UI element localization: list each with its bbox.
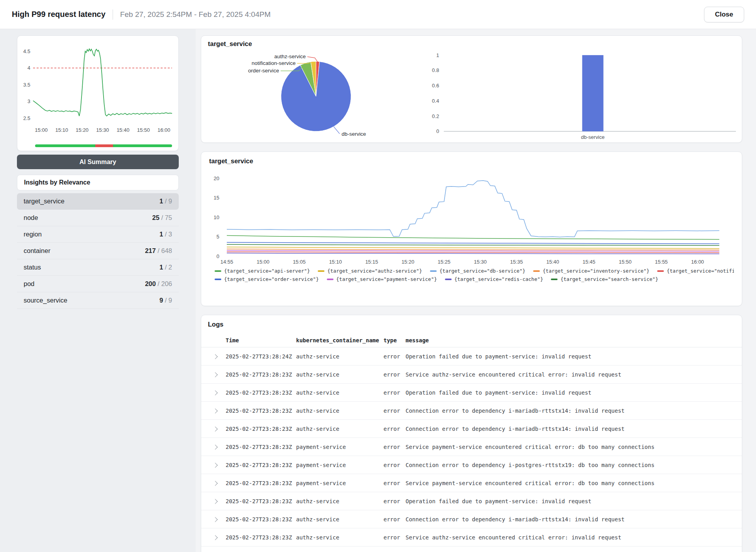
investigation-panel: High P99 request latency Feb 27, 2025 2:… xyxy=(0,0,756,552)
expand-chevron-icon[interactable] xyxy=(213,390,218,395)
log-row[interactable]: 2025-02-27T23:28:23Zauthz-serviceerrorCo… xyxy=(201,510,742,528)
pie-label-line xyxy=(308,57,318,62)
legend-swatch xyxy=(215,270,221,272)
legend-label: {target_service="payment-service"} xyxy=(336,276,437,282)
svg-text:0.2: 0.2 xyxy=(432,113,439,119)
log-row[interactable]: 2025-02-27T23:28:23Zauthz-serviceerrorCo… xyxy=(201,420,742,438)
svg-text:20: 20 xyxy=(214,175,219,181)
facet-row-pod[interactable]: pod200 / 206 xyxy=(17,276,179,292)
log-row[interactable]: 2025-02-27T23:28:23Zpayment-serviceerror… xyxy=(201,456,742,474)
facet-count: 25 / 75 xyxy=(152,214,172,222)
legend-item[interactable]: {target_service="order-service"} xyxy=(215,276,319,282)
svg-text:db-service: db-service xyxy=(581,134,605,140)
expand-chevron-icon[interactable] xyxy=(213,499,218,504)
target-service-timeseries-card: target_service 0510152014:5515:0015:0515… xyxy=(201,151,742,306)
legend-item[interactable]: {target_service="api-server"} xyxy=(215,268,310,274)
facet-count: 200 / 206 xyxy=(145,280,172,288)
log-type: error xyxy=(384,480,406,486)
series-line xyxy=(227,236,719,240)
expand-chevron-icon[interactable] xyxy=(213,426,218,432)
facet-list: target_service1 / 9node25 / 75region1 / … xyxy=(17,193,179,309)
series-line xyxy=(227,251,719,251)
expand-chevron-icon[interactable] xyxy=(213,535,218,540)
log-row[interactable]: 2025-02-27T23:28:23Zauthz-serviceerrorOp… xyxy=(201,384,742,402)
legend-item[interactable]: {target_service="notification-service"} xyxy=(657,268,734,274)
legend-swatch xyxy=(445,279,452,280)
expand-chevron-icon[interactable] xyxy=(213,463,218,468)
log-container-name: authz-service xyxy=(296,426,384,432)
facet-count: 1 / 3 xyxy=(159,231,172,238)
log-container-name: authz-service xyxy=(296,353,384,360)
expand-chevron-icon[interactable] xyxy=(213,372,218,377)
chart-legend-row-1: {target_service="api-server"}{target_ser… xyxy=(215,268,734,274)
page-title: High P99 request latency xyxy=(12,10,106,19)
logs-column-header: type xyxy=(384,337,406,343)
facet-row-node[interactable]: node25 / 75 xyxy=(17,210,179,226)
svg-text:15:15: 15:15 xyxy=(365,259,378,265)
legend-label: {target_service="search-service"} xyxy=(560,276,658,282)
legend-label: {target_service="inventory-service"} xyxy=(543,268,649,274)
svg-text:15:50: 15:50 xyxy=(137,127,150,133)
legend-item[interactable]: {target_service="db-service"} xyxy=(430,268,525,274)
timeseries-lines xyxy=(227,181,719,254)
time-range: Feb 27, 2025 2:54PM - Feb 27, 2025 4:04P… xyxy=(120,10,271,19)
log-row[interactable]: 2025-02-27T23:28:24Zauthz-serviceerrorOp… xyxy=(201,347,742,366)
legend-item[interactable]: {target_service="search-service"} xyxy=(551,276,658,282)
log-row[interactable]: 2025-02-27T23:28:23Zauthz-serviceerrorSe… xyxy=(201,528,742,546)
facet-name: node xyxy=(24,214,38,222)
timeseries-chart: 0510152014:5515:0015:0515:1015:1515:2015… xyxy=(209,166,735,266)
log-type: error xyxy=(384,408,406,414)
facet-row-status[interactable]: status1 / 2 xyxy=(17,259,179,276)
svg-text:15:40: 15:40 xyxy=(546,259,559,265)
series-line xyxy=(227,247,719,249)
legend-item[interactable]: {target_service="redis-cache"} xyxy=(445,276,543,282)
log-time: 2025-02-27T23:28:24Z xyxy=(226,353,296,360)
legend-label: {target_service="api-server"} xyxy=(224,268,310,274)
svg-text:15: 15 xyxy=(214,195,219,201)
expand-chevron-icon[interactable] xyxy=(213,445,218,450)
svg-text:order-service: order-service xyxy=(248,68,279,74)
legend-item[interactable]: {target_service="payment-service"} xyxy=(327,276,437,282)
log-container-name: payment-service xyxy=(296,480,384,486)
expand-chevron-icon[interactable] xyxy=(213,517,218,522)
card-title: target_service xyxy=(209,157,734,165)
log-row[interactable]: 2025-02-27T23:28:23Zauthz-serviceerrorOp… xyxy=(201,546,742,552)
svg-text:15:40: 15:40 xyxy=(117,127,130,133)
log-message: Service authz-service encountered critic… xyxy=(406,534,734,541)
svg-text:16:00: 16:00 xyxy=(691,259,704,265)
facet-row-container[interactable]: container217 / 648 xyxy=(17,243,179,259)
close-button[interactable]: Close xyxy=(704,7,744,22)
log-container-name: payment-service xyxy=(296,444,384,450)
svg-text:15:45: 15:45 xyxy=(582,259,595,265)
log-row[interactable]: 2025-02-27T23:28:23Zpayment-serviceerror… xyxy=(201,474,742,492)
log-message: Service payment-service encountered crit… xyxy=(406,480,734,486)
expand-chevron-icon[interactable] xyxy=(213,408,218,414)
series-line xyxy=(227,244,719,246)
legend-item[interactable]: {target_service="authz-service"} xyxy=(318,268,422,274)
sparkline-series xyxy=(33,49,172,116)
facet-row-target_service[interactable]: target_service1 / 9 xyxy=(17,193,179,210)
log-row[interactable]: 2025-02-27T23:28:23Zauthz-serviceerrorOp… xyxy=(201,492,742,510)
log-row[interactable]: 2025-02-27T23:28:23Zauthz-serviceerrorCo… xyxy=(201,402,742,420)
expand-chevron-icon[interactable] xyxy=(213,354,218,359)
ai-summary-button[interactable]: AI Summary xyxy=(17,155,179,169)
log-row[interactable]: 2025-02-27T23:28:23Zpayment-serviceerror… xyxy=(201,438,742,456)
insights-by-relevance-header[interactable]: Insights by Relevance xyxy=(17,175,179,190)
expand-chevron-icon[interactable] xyxy=(213,481,218,486)
facet-row-region[interactable]: region1 / 3 xyxy=(17,226,179,243)
series-line xyxy=(227,249,719,250)
facet-name: region xyxy=(24,231,42,238)
legend-swatch xyxy=(318,270,324,272)
health-bar-segment xyxy=(95,144,113,147)
legend-swatch xyxy=(657,270,664,272)
facet-count: 1 / 2 xyxy=(159,264,172,271)
logs-column-header: kubernetes_container_name xyxy=(296,337,384,343)
log-row[interactable]: 2025-02-27T23:28:23Zauthz-serviceerrorSe… xyxy=(201,366,742,384)
facet-row-source_service[interactable]: source_service9 / 9 xyxy=(17,292,179,309)
series-line xyxy=(227,242,719,244)
log-type: error xyxy=(384,353,406,360)
log-type: error xyxy=(384,498,406,504)
main-content: target_service authz-servicedb-serviceor… xyxy=(196,29,756,552)
overview-sparkline-chart: 4.543.532.515:0015:1015:2015:3015:4015:5… xyxy=(17,37,177,137)
legend-item[interactable]: {target_service="inventory-service"} xyxy=(533,268,649,274)
